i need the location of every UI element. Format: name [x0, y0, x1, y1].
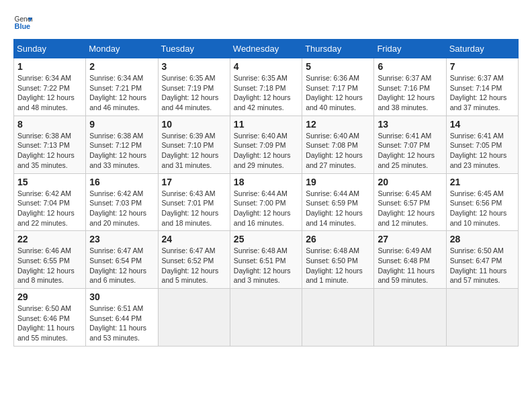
day-number: 11	[234, 119, 298, 130]
calendar-cell: 20Sunrise: 6:45 AMSunset: 6:57 PMDayligh…	[374, 173, 446, 231]
day-info: Sunrise: 6:37 AMSunset: 7:14 PMDaylight:…	[450, 73, 515, 113]
day-number: 12	[306, 119, 370, 130]
day-number: 23	[89, 234, 154, 244]
day-info: Sunrise: 6:48 AMSunset: 6:51 PMDaylight:…	[234, 246, 298, 285]
calendar-week-2: 8Sunrise: 6:38 AMSunset: 7:13 PMDaylight…	[14, 116, 519, 173]
day-number: 13	[378, 119, 442, 130]
day-info: Sunrise: 6:47 AMSunset: 6:54 PMDaylight:…	[89, 246, 154, 285]
logo-icon: General Blue	[13, 13, 32, 32]
day-info: Sunrise: 6:46 AMSunset: 6:55 PMDaylight:…	[17, 246, 82, 285]
calendar-cell: 7Sunrise: 6:37 AMSunset: 7:14 PMDaylight…	[446, 58, 518, 116]
calendar-cell: 29Sunrise: 6:50 AMSunset: 6:46 PMDayligh…	[14, 289, 86, 347]
calendar: SundayMondayTuesdayWednesdayThursdayFrid…	[13, 39, 519, 347]
day-header-tuesday: Tuesday	[158, 40, 230, 58]
day-info: Sunrise: 6:36 AMSunset: 7:17 PMDaylight:…	[306, 73, 370, 113]
day-number: 20	[378, 177, 442, 187]
day-number: 6	[378, 61, 442, 72]
day-number: 1	[17, 61, 82, 72]
day-header-thursday: Thursday	[302, 40, 374, 58]
calendar-cell: 15Sunrise: 6:42 AMSunset: 7:04 PMDayligh…	[14, 173, 86, 231]
calendar-week-1: 1Sunrise: 6:34 AMSunset: 7:22 PMDaylight…	[14, 58, 519, 116]
day-number: 15	[17, 177, 82, 187]
day-header-monday: Monday	[86, 40, 158, 58]
calendar-cell: 5Sunrise: 6:36 AMSunset: 7:17 PMDaylight…	[302, 58, 374, 116]
day-number: 25	[234, 234, 298, 244]
calendar-cell: 13Sunrise: 6:41 AMSunset: 7:07 PMDayligh…	[374, 116, 446, 173]
calendar-cell	[374, 289, 446, 347]
day-number: 28	[450, 234, 515, 244]
day-number: 19	[306, 177, 370, 187]
calendar-cell: 8Sunrise: 6:38 AMSunset: 7:13 PMDaylight…	[14, 116, 86, 173]
day-info: Sunrise: 6:34 AMSunset: 7:21 PMDaylight:…	[89, 73, 154, 113]
day-info: Sunrise: 6:48 AMSunset: 6:50 PMDaylight:…	[306, 246, 370, 285]
logo: General Blue	[13, 13, 32, 32]
day-info: Sunrise: 6:44 AMSunset: 7:00 PMDaylight:…	[234, 189, 298, 228]
calendar-cell: 9Sunrise: 6:38 AMSunset: 7:12 PMDaylight…	[86, 116, 158, 173]
calendar-header: SundayMondayTuesdayWednesdayThursdayFrid…	[14, 40, 519, 58]
calendar-cell: 21Sunrise: 6:45 AMSunset: 6:56 PMDayligh…	[446, 173, 518, 231]
day-number: 17	[162, 177, 226, 187]
day-info: Sunrise: 6:35 AMSunset: 7:18 PMDaylight:…	[234, 73, 298, 113]
day-info: Sunrise: 6:45 AMSunset: 6:57 PMDaylight:…	[378, 189, 442, 228]
day-header-saturday: Saturday	[446, 40, 518, 58]
day-info: Sunrise: 6:37 AMSunset: 7:16 PMDaylight:…	[378, 73, 442, 113]
day-number: 24	[162, 234, 226, 244]
day-info: Sunrise: 6:41 AMSunset: 7:07 PMDaylight:…	[378, 131, 442, 171]
calendar-cell: 16Sunrise: 6:42 AMSunset: 7:03 PMDayligh…	[86, 173, 158, 231]
calendar-cell	[446, 289, 518, 347]
day-number: 27	[378, 234, 442, 244]
calendar-cell	[230, 289, 302, 347]
day-header-friday: Friday	[374, 40, 446, 58]
day-info: Sunrise: 6:44 AMSunset: 6:59 PMDaylight:…	[306, 189, 370, 228]
calendar-cell: 6Sunrise: 6:37 AMSunset: 7:16 PMDaylight…	[374, 58, 446, 116]
day-number: 18	[234, 177, 298, 187]
calendar-cell: 17Sunrise: 6:43 AMSunset: 7:01 PMDayligh…	[158, 173, 230, 231]
calendar-cell: 27Sunrise: 6:49 AMSunset: 6:48 PMDayligh…	[374, 231, 446, 289]
calendar-week-5: 29Sunrise: 6:50 AMSunset: 6:46 PMDayligh…	[14, 289, 519, 347]
day-info: Sunrise: 6:47 AMSunset: 6:52 PMDaylight:…	[162, 246, 226, 285]
svg-text:Blue: Blue	[15, 22, 31, 30]
day-info: Sunrise: 6:51 AMSunset: 6:44 PMDaylight:…	[89, 304, 154, 343]
day-number: 30	[89, 291, 154, 302]
day-info: Sunrise: 6:38 AMSunset: 7:13 PMDaylight:…	[17, 131, 82, 171]
day-number: 14	[450, 119, 515, 130]
calendar-body: 1Sunrise: 6:34 AMSunset: 7:22 PMDaylight…	[14, 58, 519, 347]
calendar-cell: 12Sunrise: 6:40 AMSunset: 7:08 PMDayligh…	[302, 116, 374, 173]
calendar-cell: 24Sunrise: 6:47 AMSunset: 6:52 PMDayligh…	[158, 231, 230, 289]
day-number: 10	[162, 119, 226, 130]
day-info: Sunrise: 6:38 AMSunset: 7:12 PMDaylight:…	[89, 131, 154, 171]
day-info: Sunrise: 6:50 AMSunset: 6:47 PMDaylight:…	[450, 246, 515, 285]
day-number: 5	[306, 61, 370, 72]
calendar-cell: 10Sunrise: 6:39 AMSunset: 7:10 PMDayligh…	[158, 116, 230, 173]
day-info: Sunrise: 6:45 AMSunset: 6:56 PMDaylight:…	[450, 189, 515, 228]
day-info: Sunrise: 6:50 AMSunset: 6:46 PMDaylight:…	[17, 304, 82, 343]
day-info: Sunrise: 6:35 AMSunset: 7:19 PMDaylight:…	[162, 73, 226, 113]
day-info: Sunrise: 6:49 AMSunset: 6:48 PMDaylight:…	[378, 246, 442, 285]
header: General Blue	[13, 13, 519, 32]
calendar-cell: 14Sunrise: 6:41 AMSunset: 7:05 PMDayligh…	[446, 116, 518, 173]
calendar-week-3: 15Sunrise: 6:42 AMSunset: 7:04 PMDayligh…	[14, 173, 519, 231]
day-number: 29	[17, 291, 82, 302]
day-info: Sunrise: 6:42 AMSunset: 7:04 PMDaylight:…	[17, 189, 82, 228]
day-info: Sunrise: 6:41 AMSunset: 7:05 PMDaylight:…	[450, 131, 515, 171]
day-info: Sunrise: 6:40 AMSunset: 7:09 PMDaylight:…	[234, 131, 298, 171]
day-number: 26	[306, 234, 370, 244]
calendar-cell: 18Sunrise: 6:44 AMSunset: 7:00 PMDayligh…	[230, 173, 302, 231]
day-number: 16	[89, 177, 154, 187]
calendar-cell	[302, 289, 374, 347]
day-info: Sunrise: 6:39 AMSunset: 7:10 PMDaylight:…	[162, 131, 226, 171]
day-info: Sunrise: 6:40 AMSunset: 7:08 PMDaylight:…	[306, 131, 370, 171]
calendar-cell: 11Sunrise: 6:40 AMSunset: 7:09 PMDayligh…	[230, 116, 302, 173]
calendar-week-4: 22Sunrise: 6:46 AMSunset: 6:55 PMDayligh…	[14, 231, 519, 289]
day-number: 21	[450, 177, 515, 187]
calendar-cell: 3Sunrise: 6:35 AMSunset: 7:19 PMDaylight…	[158, 58, 230, 116]
calendar-cell: 25Sunrise: 6:48 AMSunset: 6:51 PMDayligh…	[230, 231, 302, 289]
day-number: 9	[89, 119, 154, 130]
day-number: 22	[17, 234, 82, 244]
calendar-cell: 30Sunrise: 6:51 AMSunset: 6:44 PMDayligh…	[86, 289, 158, 347]
calendar-cell: 19Sunrise: 6:44 AMSunset: 6:59 PMDayligh…	[302, 173, 374, 231]
day-number: 7	[450, 61, 515, 72]
day-header-wednesday: Wednesday	[230, 40, 302, 58]
calendar-cell: 1Sunrise: 6:34 AMSunset: 7:22 PMDaylight…	[14, 58, 86, 116]
day-header-sunday: Sunday	[14, 40, 86, 58]
